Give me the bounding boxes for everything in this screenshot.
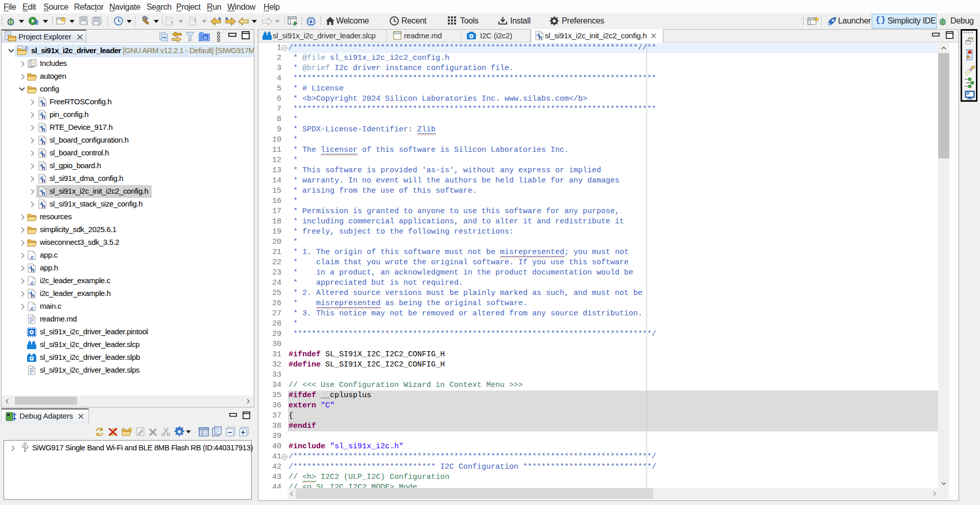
svg-text:si: si — [204, 35, 207, 40]
